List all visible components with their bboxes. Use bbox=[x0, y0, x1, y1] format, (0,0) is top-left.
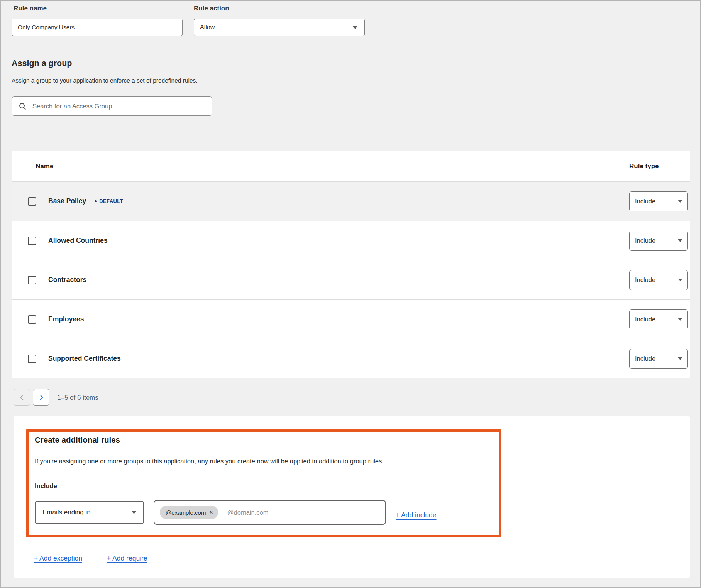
tag-label: @example.com bbox=[166, 509, 206, 516]
assign-group-title: Assign a group bbox=[12, 59, 72, 68]
email-domain-tag-input[interactable]: @example.com × bbox=[154, 500, 386, 525]
rule-type-select[interactable]: Include bbox=[629, 309, 688, 329]
chevron-left-icon bbox=[20, 394, 25, 400]
rule-type-select[interactable]: Include bbox=[629, 231, 688, 251]
email-domain-input[interactable] bbox=[227, 509, 380, 517]
access-rule-editor: Rule name Rule action Allow Assign a gro… bbox=[0, 0, 701, 588]
add-require-link[interactable]: + Add require bbox=[107, 554, 147, 563]
rule-action-select[interactable]: Allow bbox=[194, 19, 365, 36]
rule-action-label: Rule action bbox=[194, 5, 229, 12]
rule-type-value: Include bbox=[635, 276, 655, 284]
group-name: Employees bbox=[48, 315, 84, 323]
row-checkbox[interactable] bbox=[28, 276, 36, 284]
rule-action-value: Allow bbox=[200, 24, 215, 31]
table-header-row: Name Rule type bbox=[12, 151, 690, 181]
rule-type-value: Include bbox=[635, 316, 655, 323]
rule-name-input[interactable] bbox=[12, 19, 183, 36]
search-icon bbox=[19, 103, 26, 110]
rule-criteria-value: Emails ending in bbox=[42, 509, 91, 516]
add-exception-link[interactable]: + Add exception bbox=[34, 554, 82, 563]
access-group-table: Name Rule type Base Policy DEFAULT Inclu… bbox=[12, 151, 690, 378]
additional-rules-description: If you're assigning one or more groups t… bbox=[35, 458, 384, 465]
table-row: Employees Include bbox=[12, 299, 690, 339]
chevron-down-icon bbox=[353, 26, 357, 29]
default-badge: DEFAULT bbox=[95, 198, 123, 204]
group-name: Contractors bbox=[48, 276, 86, 284]
group-name: Allowed Countries bbox=[48, 237, 108, 245]
rule-type-select[interactable]: Include bbox=[629, 270, 688, 290]
include-section-label: Include bbox=[35, 482, 57, 490]
row-checkbox[interactable] bbox=[28, 355, 36, 363]
row-checkbox[interactable] bbox=[28, 315, 36, 324]
add-include-link[interactable]: + Add include bbox=[396, 511, 437, 519]
group-name: Supported Certificates bbox=[48, 355, 121, 363]
assign-group-description: Assign a group to your application to en… bbox=[12, 77, 198, 84]
chevron-down-icon bbox=[678, 200, 682, 203]
rule-name-label: Rule name bbox=[14, 5, 47, 12]
rule-criteria-select[interactable]: Emails ending in bbox=[35, 501, 144, 524]
previous-page-button[interactable] bbox=[14, 389, 30, 406]
chevron-down-icon bbox=[678, 279, 682, 281]
badge-dot-icon bbox=[95, 200, 97, 202]
rule-type-select[interactable]: Include bbox=[629, 191, 688, 211]
rule-type-value: Include bbox=[635, 355, 655, 362]
rule-type-select[interactable]: Include bbox=[629, 349, 688, 369]
remove-tag-icon[interactable]: × bbox=[209, 509, 213, 515]
table-row: Allowed Countries Include bbox=[12, 221, 690, 260]
email-domain-tag: @example.com × bbox=[160, 506, 218, 519]
chevron-down-icon bbox=[132, 511, 136, 514]
row-checkbox[interactable] bbox=[28, 237, 36, 245]
chevron-right-icon bbox=[37, 394, 43, 400]
chevron-down-icon bbox=[678, 357, 682, 360]
table-row: Base Policy DEFAULT Include bbox=[12, 181, 690, 221]
row-checkbox[interactable] bbox=[28, 197, 36, 206]
group-name: Base Policy bbox=[48, 197, 86, 205]
pagination-range: 1–5 of 6 items bbox=[57, 394, 98, 402]
rule-type-value: Include bbox=[635, 198, 655, 205]
table-row: Supported Certificates Include bbox=[12, 339, 690, 378]
chevron-down-icon bbox=[678, 239, 682, 242]
badge-label: DEFAULT bbox=[99, 198, 123, 204]
access-group-search[interactable] bbox=[12, 96, 212, 116]
next-page-button[interactable] bbox=[33, 389, 49, 406]
search-input[interactable] bbox=[32, 102, 207, 110]
rule-type-column-header: Rule type bbox=[629, 162, 690, 170]
table-row: Contractors Include bbox=[12, 260, 690, 299]
chevron-down-icon bbox=[678, 318, 682, 321]
rule-type-value: Include bbox=[635, 237, 655, 244]
name-column-header: Name bbox=[12, 162, 629, 170]
additional-rules-title: Create additional rules bbox=[35, 435, 120, 444]
